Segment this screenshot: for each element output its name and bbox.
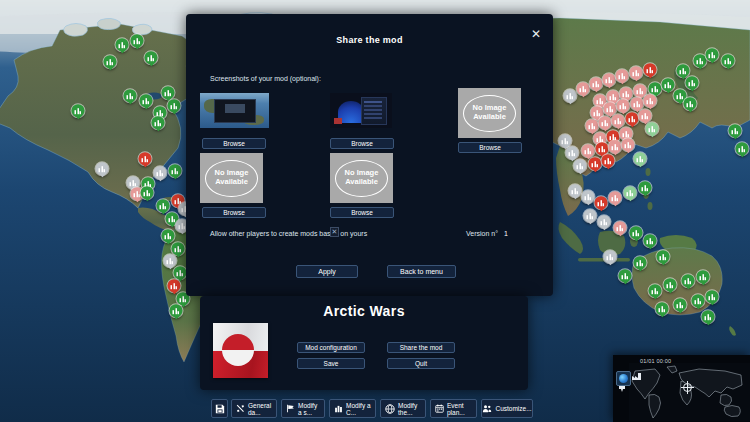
game-screen: Share the mod ✕ Screenshots of your mod … [0, 0, 750, 422]
toolbar-general-data-button[interactable]: General da... [231, 399, 277, 418]
quick-save-button[interactable] [211, 399, 228, 418]
globe-icon [385, 404, 395, 414]
people-icon [482, 404, 492, 413]
flag-icon [286, 404, 295, 413]
toolbar-modify-scenario-button[interactable]: Modify a s... [281, 399, 325, 418]
calendar-icon [435, 404, 444, 413]
save-icon [215, 404, 225, 414]
toolbar-event-planner-button[interactable]: Event plan... [430, 399, 477, 418]
toolbar-customize-button[interactable]: Customize... [481, 399, 533, 418]
building-icon [334, 404, 343, 413]
editor-toolbar: General da... Modify a s... Modify a C..… [0, 0, 750, 422]
toolbar-modify-world-button[interactable]: Modify the... [380, 399, 426, 418]
toolbar-modify-country-button[interactable]: Modify a C... [329, 399, 376, 418]
tools-icon [236, 404, 245, 413]
